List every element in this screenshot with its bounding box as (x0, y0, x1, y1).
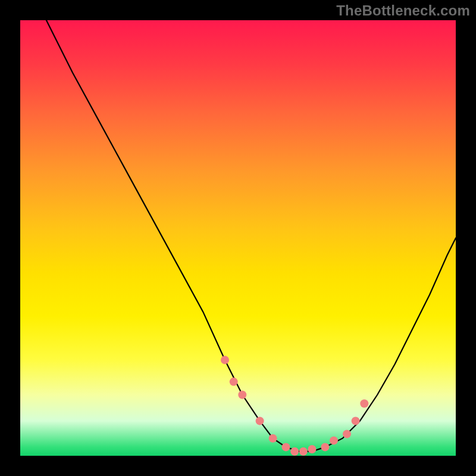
highlight-dot (221, 356, 229, 364)
chart-svg (20, 20, 456, 456)
highlight-dots (221, 356, 368, 456)
chart-plot-area (20, 20, 456, 456)
highlight-dot (256, 416, 264, 425)
highlight-dot (308, 445, 316, 453)
highlight-dot (290, 447, 299, 456)
highlight-dot (321, 443, 329, 451)
highlight-dot (360, 399, 368, 408)
highlight-dot (282, 443, 290, 451)
chart-frame: TheBottleneck.com (0, 0, 476, 476)
highlight-dot (352, 416, 360, 425)
bottleneck-curve (46, 20, 456, 452)
highlight-dot (330, 436, 338, 444)
highlight-dot (269, 434, 277, 443)
highlight-dot (230, 378, 238, 386)
highlight-dot (299, 447, 308, 456)
highlight-dot (238, 391, 246, 399)
watermark-text: TheBottleneck.com (336, 2, 470, 19)
highlight-dot (343, 430, 351, 438)
